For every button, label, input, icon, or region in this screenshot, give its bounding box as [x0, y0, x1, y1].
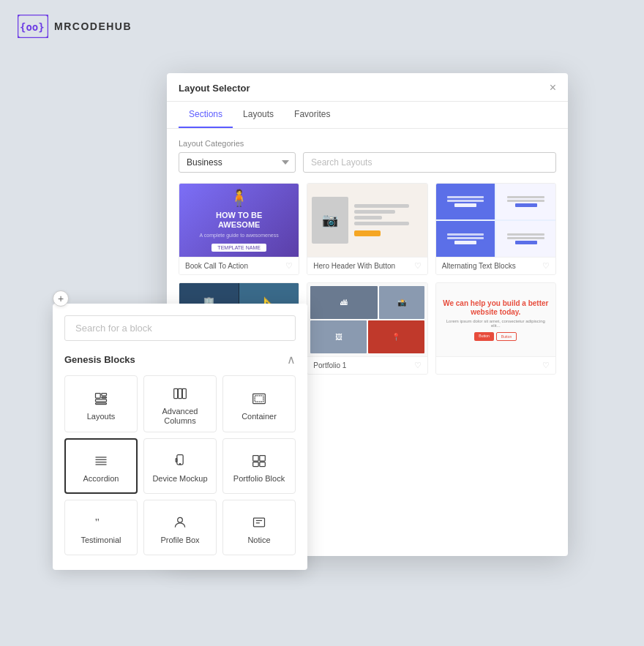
layout-categories-label: Layout Categories	[179, 139, 556, 148]
block-label-device-mockup: Device Mockup	[152, 474, 207, 484]
testimonial-icon: "	[92, 514, 110, 531]
block-label-notice: Notice	[247, 536, 270, 545]
profile-box-icon	[171, 514, 189, 531]
layout-card-name-book: Book Call To Action	[185, 262, 248, 270]
modal-close-button[interactable]: ×	[550, 82, 556, 101]
genesis-collapse-button[interactable]: ∧	[287, 353, 296, 367]
heart-icon-book[interactable]: ♡	[285, 261, 293, 271]
tab-sections[interactable]: Sections	[179, 102, 233, 128]
thumb-website-text: Lorem ipsum dolor sit amet, consectetur …	[442, 319, 550, 328]
block-label-advanced-columns: Advanced Columns	[150, 407, 210, 426]
svg-rect-20	[260, 455, 266, 461]
device-mockup-icon	[171, 452, 189, 470]
svg-text:": "	[95, 517, 100, 528]
block-panel: Genesis Blocks ∧ Layouts	[53, 304, 307, 570]
svg-rect-5	[96, 399, 107, 401]
thumb-website-heading: We can help you build a better website t…	[442, 299, 550, 317]
modal-tabs: Sections Layouts Favorites	[167, 102, 568, 129]
add-block-button[interactable]: +	[53, 290, 69, 307]
layouts-icon	[92, 390, 110, 407]
layout-card-name-portfolio1: Portfolio 1	[313, 361, 346, 369]
svg-rect-18	[176, 458, 177, 462]
layout-card-alt[interactable]: Alternating Text Blocks ♡	[435, 183, 556, 275]
portfolio-block-icon	[250, 452, 268, 470]
modal-header: Layout Selector ×	[167, 73, 568, 102]
svg-rect-9	[182, 388, 186, 398]
blocks-grid: Layouts Advanced Columns Container	[64, 375, 296, 555]
block-label-accordion: Accordion	[83, 474, 119, 484]
add-icon: +	[58, 293, 64, 304]
heart-icon-portfolio1[interactable]: ♡	[414, 361, 422, 370]
svg-rect-22	[260, 462, 266, 466]
svg-rect-3	[102, 393, 107, 395]
tab-favorites[interactable]: Favorites	[284, 102, 340, 128]
svg-rect-11	[255, 395, 263, 401]
svg-rect-19	[253, 455, 259, 461]
block-item-testimonial[interactable]: " Testimonial	[64, 500, 138, 555]
modal-filters: Business Blog Portfolio Agency eCommerce	[179, 152, 556, 173]
block-item-device-mockup[interactable]: Device Mockup	[143, 438, 217, 494]
svg-rect-25	[254, 518, 265, 527]
logo-text: MRCODEHUB	[54, 20, 132, 32]
svg-rect-7	[174, 388, 178, 398]
svg-rect-2	[96, 393, 101, 398]
svg-point-24	[178, 517, 183, 522]
block-label-layouts: Layouts	[87, 412, 116, 421]
container-icon	[250, 390, 268, 407]
modal-title: Layout Selector	[179, 83, 250, 101]
svg-rect-21	[253, 462, 259, 466]
block-label-profile-box: Profile Box	[160, 536, 199, 545]
layout-card-book[interactable]: 🧍 HOW TO BEAWESOME A complete guide to a…	[179, 183, 299, 275]
block-label-container: Container	[242, 412, 277, 421]
block-item-profile-box[interactable]: Profile Box	[143, 500, 217, 555]
layout-card-hero[interactable]: 📷 Hero Header With Button ♡	[307, 183, 427, 275]
search-layouts-input[interactable]	[303, 152, 556, 173]
block-search-input[interactable]	[64, 315, 296, 341]
block-item-portfolio-block[interactable]: Portfolio Block	[222, 438, 296, 494]
heart-icon-hero[interactable]: ♡	[414, 261, 422, 271]
svg-point-17	[179, 463, 180, 464]
genesis-blocks-title: Genesis Blocks	[64, 354, 135, 365]
layout-card-portfolio1[interactable]: 🏙 📸 🖼 📍 Portfolio 1 ♡	[307, 282, 427, 375]
block-item-container[interactable]: Container	[222, 375, 296, 432]
top-bar: {oo} MRCODEHUB	[18, 15, 132, 38]
block-item-accordion[interactable]: Accordion	[64, 438, 138, 494]
layout-card-website[interactable]: We can help you build a better website t…	[435, 282, 556, 375]
tab-layouts[interactable]: Layouts	[233, 102, 284, 128]
genesis-header: Genesis Blocks ∧	[64, 353, 296, 367]
advanced-columns-icon	[171, 385, 189, 402]
layout-card-name-alt: Alternating Text Blocks	[442, 262, 516, 270]
notice-icon	[250, 514, 268, 531]
category-select[interactable]: Business Blog Portfolio Agency eCommerce	[179, 152, 296, 173]
heart-icon-alt[interactable]: ♡	[542, 261, 550, 271]
block-item-layouts[interactable]: Layouts	[64, 375, 138, 432]
svg-rect-4	[102, 397, 107, 398]
accordion-icon	[92, 452, 110, 470]
logo-icon: {oo}	[18, 15, 48, 38]
block-label-portfolio-block: Portfolio Block	[233, 474, 285, 484]
block-item-notice[interactable]: Notice	[222, 500, 296, 555]
svg-text:{oo}: {oo}	[20, 21, 45, 33]
heart-icon-website[interactable]: ♡	[542, 361, 550, 370]
block-item-advanced-columns[interactable]: Advanced Columns	[143, 375, 217, 432]
svg-rect-6	[96, 402, 107, 404]
layout-card-name-hero: Hero Header With Button	[313, 262, 395, 270]
svg-rect-8	[179, 388, 182, 398]
block-label-testimonial: Testimonial	[80, 536, 121, 545]
